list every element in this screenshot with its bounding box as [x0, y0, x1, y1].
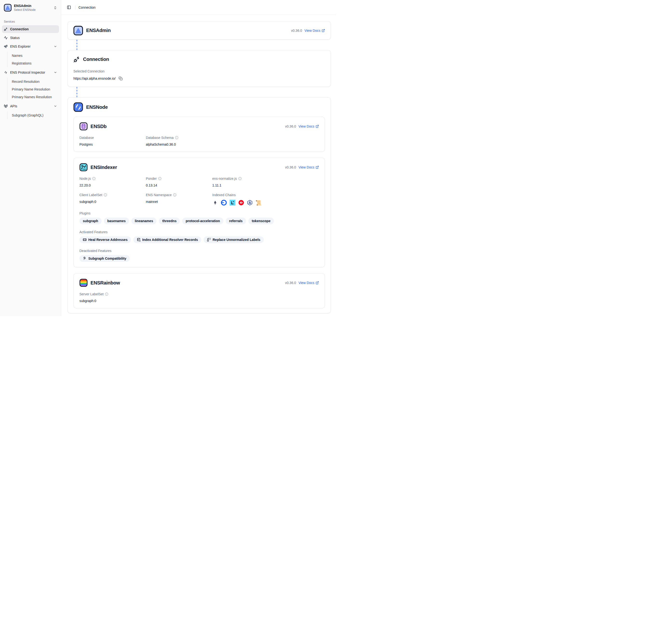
field-label: Server LabelSet: [79, 292, 103, 296]
ensrainbow-view-docs-link[interactable]: View Docs: [298, 281, 319, 285]
info-icon[interactable]: [238, 177, 242, 180]
field-value: subgraph:0: [79, 299, 146, 303]
plugins-list: subgraph basenames lineanames threedns p…: [79, 218, 319, 224]
ensindexer-logo-icon: [79, 163, 88, 171]
ens-explorer-subnav: Names Registrations: [7, 52, 59, 67]
field-value: 1.11.1: [212, 184, 319, 187]
scroll-chain-icon: 📜: [256, 200, 261, 205]
telescope-icon: [4, 45, 8, 48]
field-client-labelset: Client LabelSet subgraph:0: [79, 193, 146, 205]
info-icon[interactable]: [158, 177, 162, 180]
ensnode-card: ENSNode ENSDb v0.36.0: [67, 97, 331, 313]
sidebar-item-names[interactable]: Names: [7, 52, 59, 59]
sidebar-item-subgraph-graphql[interactable]: Subgraph (GraphQL): [7, 112, 59, 119]
ensindexer-card-title: ENSIndexer: [91, 165, 117, 170]
ensadmin-card: ENSAdmin v0.36.0 View Docs: [67, 21, 331, 40]
plugins-label: Plugins: [79, 211, 319, 215]
breadcrumb-separator: [75, 5, 75, 9]
breadcrumb: Connection: [78, 5, 96, 9]
view-docs-label: View Docs: [305, 29, 320, 32]
sidebar-item-primary-name-resolution[interactable]: Primary Name Resolution: [7, 86, 59, 93]
chevron-down-icon: [54, 71, 57, 74]
info-icon[interactable]: [105, 292, 108, 296]
info-icon[interactable]: [173, 193, 176, 197]
ensdb-logo-icon: [79, 122, 88, 130]
sidebar-item-status[interactable]: Status: [2, 34, 59, 42]
field-value: mainnet: [146, 200, 212, 203]
ensnode-card-title: ENSNode: [86, 104, 108, 110]
apis-subnav: Subgraph (GraphQL): [7, 112, 59, 119]
field-indexed-chains: Indexed Chains: [212, 193, 319, 205]
ensindexer-view-docs-link[interactable]: View Docs: [298, 165, 319, 169]
deactivated-features-label: Deactivated Features: [79, 249, 319, 253]
sidebar-item-label: Status: [10, 36, 20, 40]
external-link-icon: [315, 166, 319, 169]
plugin-badge: threedns: [159, 218, 180, 224]
feature-label: Subgraph Compatibility: [88, 257, 126, 261]
card-connector-line: [76, 40, 77, 50]
copy-icon: [119, 76, 122, 80]
field-value: subgraph:0: [79, 200, 146, 203]
field-value: Postgres: [79, 143, 146, 146]
sidebar-item-ens-protocol-inspector[interactable]: ENS Protocol Inspector: [2, 69, 59, 76]
plugin-badge: protocol-acceleration: [182, 218, 223, 224]
plugin-badge: lineanames: [131, 218, 157, 224]
ensrainbow-logo-icon: [79, 279, 88, 287]
main-area: Connection ENSAdmin v0.36.0: [61, 0, 336, 316]
plugin-badge: tokenscope: [248, 218, 274, 224]
field-label: Ponder: [146, 177, 157, 180]
field-value: 22.20.0: [79, 184, 146, 187]
topbar: Connection: [61, 0, 336, 15]
field-value: 0.13.14: [146, 184, 212, 187]
connection-card-title: Connection: [83, 56, 109, 62]
sidebar-item-ens-explorer[interactable]: ENS Explorer: [2, 43, 59, 50]
view-docs-label: View Docs: [298, 124, 314, 128]
sidebar: ENSAdmin Select ENSNode Services Connect…: [0, 0, 61, 316]
chevrons-up-down-icon: [53, 6, 57, 9]
ensadmin-logo-icon: [4, 4, 11, 11]
feature-label: Heal Reverse Addresses: [88, 238, 127, 242]
sidebar-item-apis[interactable]: APIs: [2, 102, 59, 110]
sidebar-item-primary-names-resolution[interactable]: Primary Names Resolution: [7, 93, 59, 101]
feature-label: Replace Unnormalized Labels: [213, 238, 260, 242]
external-link-icon: [315, 281, 319, 285]
sidebar-item-label: APIs: [10, 104, 17, 108]
ensindexer-version: v0.36.0: [285, 165, 296, 169]
ensnode-selector[interactable]: ENSAdmin Select ENSNode: [2, 2, 59, 13]
connection-card: Connection Selected Connection https://a…: [67, 50, 331, 87]
sidebar-section-label: Services: [2, 20, 59, 23]
info-icon[interactable]: [92, 177, 96, 180]
plugin-badge: referrals: [226, 218, 246, 224]
ensadmin-view-docs-link[interactable]: View Docs: [305, 29, 325, 32]
ensdb-view-docs-link[interactable]: View Docs: [298, 124, 319, 128]
radio-tower-icon: [4, 104, 8, 108]
sidebar-item-connection[interactable]: Connection: [2, 25, 59, 33]
connection-url: https://api.alpha.ensnode.io/: [73, 76, 116, 80]
info-icon[interactable]: [175, 136, 178, 139]
ensdb-card: ENSDb v0.36.0 View Docs Database Postgre…: [73, 117, 325, 152]
ensrainbow-card: ENSRainbow v0.36.0 View Docs Server Labe…: [73, 273, 325, 308]
sidebar-item-registrations[interactable]: Registrations: [7, 59, 59, 67]
sidebar-nav: Connection Status ENS Explorer Names Reg…: [2, 25, 59, 120]
field-ens-normalize: ens-normalize.js 1.11.1: [212, 177, 319, 187]
ensrainbow-version: v0.36.0: [285, 281, 296, 285]
chevron-down-icon: [54, 45, 57, 48]
view-docs-label: View Docs: [298, 281, 314, 285]
app-subtitle: Select ENSNode: [14, 8, 51, 12]
sidebar-item-label: ENS Explorer: [10, 45, 30, 48]
sidebar-item-record-resolution[interactable]: Record Resolution: [7, 78, 59, 86]
external-link-icon: [321, 29, 325, 32]
plugin-badge: subgraph: [79, 218, 101, 224]
ensadmin-logo-icon: [73, 26, 83, 35]
field-label: Database: [79, 136, 146, 140]
sidebar-item-label: ENS Protocol Inspector: [10, 71, 45, 74]
field-ponder: Ponder 0.13.14: [146, 177, 212, 187]
content: ENSAdmin v0.36.0 View Docs Connection Se…: [61, 15, 336, 316]
indexed-chains-label: Indexed Chains: [212, 193, 319, 197]
info-icon[interactable]: [104, 193, 107, 197]
chevron-down-icon: [54, 104, 57, 108]
copy-url-button[interactable]: [118, 76, 123, 81]
waypoints-icon: [83, 257, 87, 261]
base-chain-icon: [221, 200, 227, 205]
sidebar-toggle-button[interactable]: [66, 4, 72, 10]
